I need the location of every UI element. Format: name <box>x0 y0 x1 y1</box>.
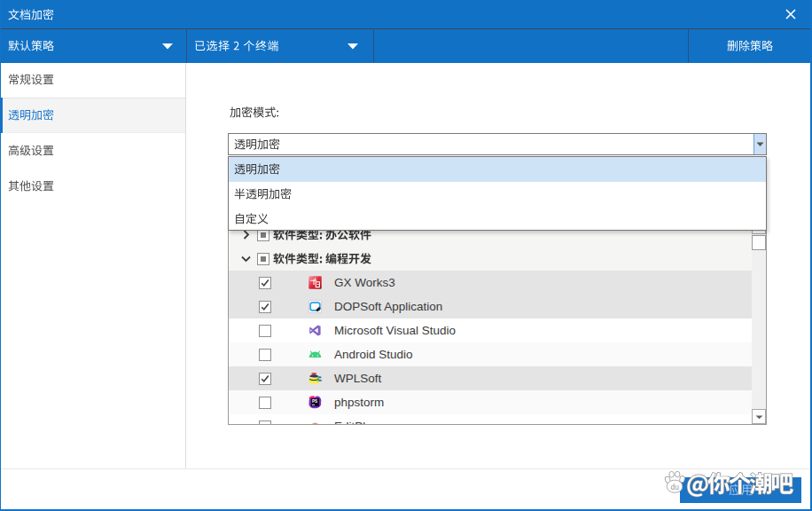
svg-text:du: du <box>670 483 679 491</box>
svg-text:PS: PS <box>312 399 317 404</box>
